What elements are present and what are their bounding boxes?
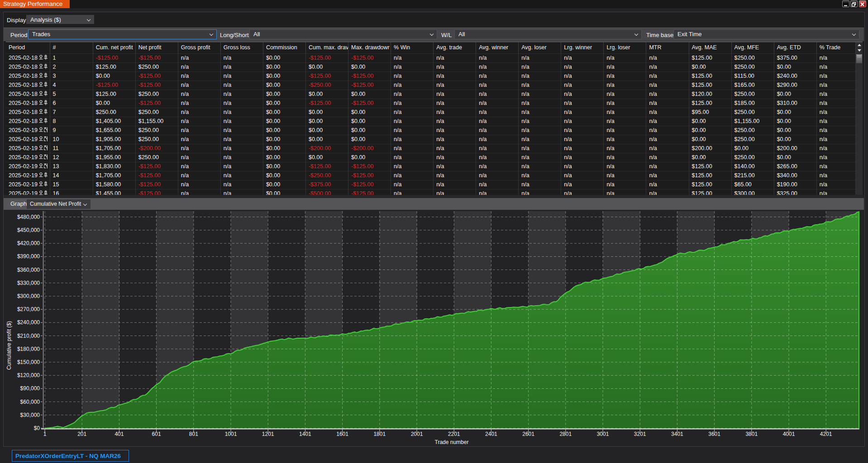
svg-text:$300,000: $300,000 xyxy=(17,293,40,299)
svg-text:Cumulative profit ($): Cumulative profit ($) xyxy=(6,321,12,370)
svg-text:1: 1 xyxy=(43,431,47,437)
svg-text:1401: 1401 xyxy=(299,431,311,437)
svg-text:1001: 1001 xyxy=(225,431,237,437)
svg-text:$480,000: $480,000 xyxy=(17,214,40,220)
svg-text:$30,000: $30,000 xyxy=(20,412,40,418)
svg-text:601: 601 xyxy=(152,431,161,437)
svg-text:3401: 3401 xyxy=(671,431,683,437)
svg-text:$330,000: $330,000 xyxy=(17,280,40,286)
svg-text:1801: 1801 xyxy=(373,431,386,437)
svg-text:1601: 1601 xyxy=(336,431,348,437)
svg-text:4001: 4001 xyxy=(783,431,795,437)
svg-text:3601: 3601 xyxy=(708,431,720,437)
svg-text:201: 201 xyxy=(77,431,86,437)
svg-text:Trade number: Trade number xyxy=(435,439,469,445)
svg-text:2601: 2601 xyxy=(522,431,534,437)
svg-text:3801: 3801 xyxy=(745,431,758,437)
svg-text:3201: 3201 xyxy=(634,431,646,437)
svg-text:$240,000: $240,000 xyxy=(17,319,40,326)
svg-text:$150,000: $150,000 xyxy=(17,359,40,365)
svg-text:$180,000: $180,000 xyxy=(17,346,40,352)
svg-text:$270,000: $270,000 xyxy=(17,306,40,312)
svg-text:$450,000: $450,000 xyxy=(17,227,40,233)
svg-text:$60,000: $60,000 xyxy=(20,399,40,405)
svg-text:$0: $0 xyxy=(34,425,40,431)
svg-text:801: 801 xyxy=(189,431,198,437)
svg-text:2801: 2801 xyxy=(559,431,572,437)
svg-text:4201: 4201 xyxy=(820,431,832,437)
svg-text:401: 401 xyxy=(114,431,124,437)
svg-text:$390,000: $390,000 xyxy=(17,253,40,260)
svg-text:1201: 1201 xyxy=(262,431,274,437)
svg-text:$90,000: $90,000 xyxy=(20,385,40,392)
svg-text:$210,000: $210,000 xyxy=(17,333,40,339)
svg-text:2201: 2201 xyxy=(448,431,460,437)
svg-text:$120,000: $120,000 xyxy=(17,372,40,378)
svg-text:3001: 3001 xyxy=(597,431,609,437)
svg-text:2401: 2401 xyxy=(485,431,497,437)
svg-text:$360,000: $360,000 xyxy=(17,267,40,273)
svg-text:2001: 2001 xyxy=(411,431,423,437)
svg-text:$420,000: $420,000 xyxy=(17,240,40,246)
